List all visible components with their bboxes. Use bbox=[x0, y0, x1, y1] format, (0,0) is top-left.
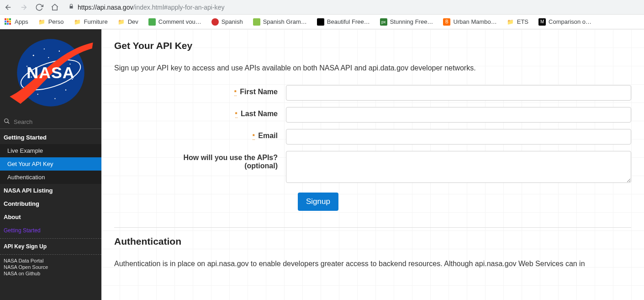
bookmarks-bar: Apps 📁 Perso 📁 Furniture 📁 Dev Comment v… bbox=[0, 15, 644, 29]
bookmark-stunning-free[interactable]: px Stunning Free… bbox=[380, 18, 433, 26]
svg-point-7 bbox=[65, 90, 66, 91]
section-separator bbox=[114, 227, 631, 228]
separator bbox=[0, 254, 101, 255]
nav-api-listing[interactable]: NASA API Listing bbox=[0, 184, 101, 197]
required-marker: * bbox=[235, 111, 238, 118]
svg-point-2 bbox=[44, 48, 45, 49]
bookmark-spanish[interactable]: Spanish bbox=[211, 18, 243, 26]
svg-point-1 bbox=[33, 55, 34, 56]
bookmark-urban-mambo[interactable]: B Urban Mambo… bbox=[443, 18, 496, 26]
auth-title: Authentication bbox=[114, 236, 631, 247]
page-lead: Sign up your API key to access and use A… bbox=[114, 64, 631, 72]
favicon-icon: M bbox=[538, 18, 546, 26]
home-button[interactable] bbox=[50, 3, 59, 12]
forward-button[interactable] bbox=[19, 3, 28, 12]
auth-body: Authentication is in place on api.nasa.g… bbox=[114, 260, 631, 268]
apps-icon bbox=[5, 18, 12, 26]
label-api-usage: How will you use the APIs? (optional) bbox=[114, 151, 286, 170]
bookmark-perso[interactable]: 📁 Perso bbox=[38, 18, 64, 26]
required-marker: * bbox=[253, 133, 255, 140]
svg-point-8 bbox=[54, 98, 55, 99]
input-api-usage[interactable] bbox=[286, 151, 631, 183]
nav-contributing[interactable]: Contributing bbox=[0, 197, 101, 210]
bookmark-ets[interactable]: 📁 ETS bbox=[507, 18, 528, 26]
url-path: /index.html#apply-for-an-api-key bbox=[133, 4, 224, 11]
bookmark-beautiful-free[interactable]: Beautiful Free… bbox=[317, 18, 370, 26]
nav-about[interactable]: About bbox=[0, 210, 101, 224]
browser-toolbar: https://api.nasa.gov/index.html#apply-fo… bbox=[0, 0, 644, 15]
label-first-name: * First Name bbox=[114, 85, 286, 96]
lock-icon bbox=[69, 4, 74, 11]
bookmark-spanish-gram[interactable]: Spanish Gram… bbox=[253, 18, 307, 26]
svg-text:NASA: NASA bbox=[26, 64, 74, 82]
main-content: Get Your API Key Sign up your API key to… bbox=[101, 29, 644, 300]
favicon-icon: px bbox=[380, 18, 387, 26]
bookmark-comment[interactable]: Comment vou… bbox=[148, 18, 201, 26]
favicon-icon: B bbox=[443, 18, 450, 26]
link-nasa-open-source[interactable]: NASA Open Source bbox=[4, 264, 98, 270]
svg-point-9 bbox=[48, 57, 49, 58]
reload-button[interactable] bbox=[35, 3, 44, 12]
sidebar-search[interactable] bbox=[0, 116, 101, 129]
svg-point-3 bbox=[59, 50, 60, 52]
sidebar-search-input[interactable] bbox=[14, 118, 98, 125]
folder-icon: 📁 bbox=[507, 18, 514, 26]
signup-button[interactable]: Signup bbox=[298, 193, 338, 211]
input-email[interactable] bbox=[286, 129, 631, 145]
required-marker: * bbox=[234, 89, 237, 96]
nav-authentication[interactable]: Authentication bbox=[0, 171, 101, 184]
link-nasa-data-portal[interactable]: NASA Data Portal bbox=[4, 257, 98, 264]
folder-icon: 📁 bbox=[38, 18, 46, 26]
link-getting-started[interactable]: Getting Started bbox=[0, 224, 101, 237]
url-host: https://api.nasa.gov bbox=[78, 4, 133, 11]
page-title: Get Your API Key bbox=[114, 40, 631, 51]
bookmark-comparison[interactable]: M Comparison o… bbox=[538, 18, 591, 26]
nav-live-example[interactable]: Live Example bbox=[0, 144, 101, 157]
favicon-icon bbox=[148, 18, 156, 26]
nav-get-api-key[interactable]: Get Your API Key bbox=[0, 157, 101, 171]
svg-point-6 bbox=[37, 94, 38, 95]
back-button[interactable] bbox=[4, 3, 13, 12]
svg-point-14 bbox=[5, 119, 8, 123]
nav-getting-started[interactable]: Getting Started bbox=[0, 131, 101, 144]
folder-icon: 📁 bbox=[118, 18, 125, 26]
apps-label: Apps bbox=[15, 18, 28, 25]
nasa-logo: NASA bbox=[0, 29, 101, 116]
svg-line-15 bbox=[8, 122, 10, 124]
separator bbox=[0, 238, 101, 239]
input-first-name[interactable] bbox=[286, 85, 631, 101]
link-nasa-github[interactable]: NASA on Github bbox=[4, 270, 98, 277]
search-icon bbox=[4, 118, 10, 126]
favicon-icon bbox=[211, 18, 219, 26]
sidebar: NASA Getting Started Live Example Get Yo… bbox=[0, 29, 101, 300]
bookmark-dev[interactable]: 📁 Dev bbox=[118, 18, 138, 26]
bookmark-furniture[interactable]: 📁 Furniture bbox=[74, 18, 108, 26]
label-email: * Email bbox=[114, 129, 286, 140]
favicon-icon bbox=[253, 18, 260, 26]
label-last-name: * Last Name bbox=[114, 107, 286, 118]
address-bar[interactable]: https://api.nasa.gov/index.html#apply-fo… bbox=[66, 2, 640, 13]
input-last-name[interactable] bbox=[286, 107, 631, 123]
folder-icon: 📁 bbox=[74, 18, 81, 26]
api-key-signup-head: API Key Sign Up bbox=[4, 241, 98, 252]
favicon-icon bbox=[317, 18, 324, 26]
apps-button[interactable]: Apps bbox=[5, 18, 28, 26]
